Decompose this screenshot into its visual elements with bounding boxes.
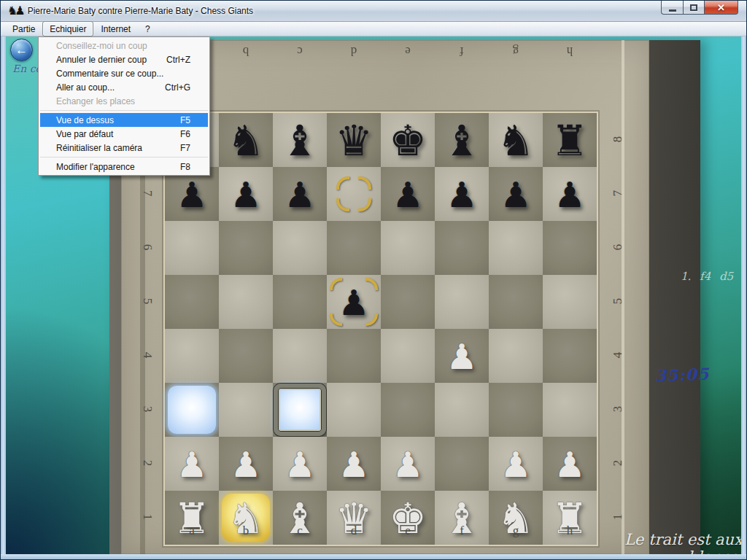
square-b6[interactable] <box>219 221 273 275</box>
coordinate-label-e: e <box>381 44 435 58</box>
square-d8[interactable]: ♛ <box>327 113 381 167</box>
square-h2[interactable]: ♟ <box>543 437 597 491</box>
black-pawn-f7[interactable]: ♟ <box>435 167 489 221</box>
square-e7[interactable]: ♟ <box>381 167 435 221</box>
square-h4[interactable] <box>543 329 597 383</box>
application-window: ♞♟ Pierre-Marie Baty contre Pierre-Marie… <box>0 0 747 560</box>
square-f3[interactable] <box>435 383 489 437</box>
square-h6[interactable] <box>543 221 597 275</box>
white-pawn-c2[interactable]: ♟ <box>273 437 327 491</box>
square-b4[interactable] <box>219 329 273 383</box>
square-e4[interactable] <box>381 329 435 383</box>
white-pawn-h2[interactable]: ♟ <box>543 437 597 491</box>
square-e2[interactable]: ♟ <box>381 437 435 491</box>
square-a5[interactable] <box>165 275 219 329</box>
black-pawn-e7[interactable]: ♟ <box>381 167 435 221</box>
square-f8[interactable]: ♝ <box>435 113 489 167</box>
maximize-button[interactable] <box>683 1 704 15</box>
black-bishop-c8[interactable]: ♝ <box>273 113 327 167</box>
menu-item-aller-au-coup[interactable]: Aller au coup...Ctrl+G <box>40 80 208 94</box>
square-g8[interactable]: ♞ <box>489 113 543 167</box>
menubar-item-echiquier[interactable]: Echiquier <box>42 21 93 36</box>
square-g3[interactable] <box>489 383 543 437</box>
square-d4[interactable] <box>327 329 381 383</box>
square-c7[interactable]: ♟ <box>273 167 327 221</box>
black-pawn-g7[interactable]: ♟ <box>489 167 543 221</box>
menu-item-vue-par-d-faut[interactable]: Vue par défautF6 <box>40 127 208 141</box>
square-d6[interactable] <box>327 221 381 275</box>
menubar-item-internet[interactable]: Internet <box>93 21 138 36</box>
square-g7[interactable]: ♟ <box>489 167 543 221</box>
window-title: Pierre-Marie Baty contre Pierre-Marie Ba… <box>28 6 253 16</box>
square-c3[interactable] <box>273 383 327 437</box>
square-h7[interactable]: ♟ <box>543 167 597 221</box>
square-d5[interactable]: ♟ <box>327 275 381 329</box>
title-bar[interactable]: ♞♟ Pierre-Marie Baty contre Pierre-Marie… <box>1 1 746 22</box>
black-bishop-f8[interactable]: ♝ <box>435 113 489 167</box>
square-a2[interactable]: ♟ <box>165 437 219 491</box>
square-a4[interactable] <box>165 329 219 383</box>
square-d3[interactable] <box>327 383 381 437</box>
square-e6[interactable] <box>381 221 435 275</box>
square-g2[interactable]: ♟ <box>489 437 543 491</box>
square-h5[interactable] <box>543 275 597 329</box>
square-b2[interactable]: ♟ <box>219 437 273 491</box>
square-b3[interactable] <box>219 383 273 437</box>
square-f7[interactable]: ♟ <box>435 167 489 221</box>
square-d7[interactable] <box>327 167 381 221</box>
square-a6[interactable] <box>165 221 219 275</box>
square-h8[interactable]: ♜ <box>543 113 597 167</box>
square-e3[interactable] <box>381 383 435 437</box>
black-knight-g8[interactable]: ♞ <box>489 113 543 167</box>
square-f5[interactable] <box>435 275 489 329</box>
white-pawn-b2[interactable]: ♟ <box>219 437 273 491</box>
square-a3[interactable] <box>165 383 219 437</box>
menu-item-vue-de-dessus[interactable]: Vue de dessusF5 <box>40 113 208 127</box>
square-b8[interactable]: ♞ <box>219 113 273 167</box>
menu-item-label: Echanger les places <box>56 96 135 106</box>
white-pawn-d2[interactable]: ♟ <box>327 437 381 491</box>
last-move-from-marker <box>336 198 349 211</box>
square-g5[interactable] <box>489 275 543 329</box>
minimize-button[interactable] <box>661 1 683 15</box>
white-pawn-e2[interactable]: ♟ <box>381 437 435 491</box>
menu-item-modifier-l-apparence[interactable]: Modifier l'apparenceF8 <box>40 160 208 174</box>
menu-item-commentaire-sur-ce-coup[interactable]: Commentaire sur ce coup... <box>40 66 208 80</box>
square-h3[interactable] <box>543 383 597 437</box>
black-knight-b8[interactable]: ♞ <box>219 113 273 167</box>
black-pawn-h7[interactable]: ♟ <box>543 167 597 221</box>
black-pawn-c7[interactable]: ♟ <box>273 167 327 221</box>
square-c4[interactable] <box>273 329 327 383</box>
menubar-item-help[interactable]: ? <box>138 21 158 36</box>
window-border-left <box>1 36 6 559</box>
square-b5[interactable] <box>219 275 273 329</box>
black-queen-d8[interactable]: ♛ <box>327 113 381 167</box>
close-button[interactable]: ✕ <box>704 1 738 15</box>
square-f6[interactable] <box>435 221 489 275</box>
black-pawn-b7[interactable]: ♟ <box>219 167 273 221</box>
white-pawn-a2[interactable]: ♟ <box>165 437 219 491</box>
square-c2[interactable]: ♟ <box>273 437 327 491</box>
black-rook-h8[interactable]: ♜ <box>543 113 597 167</box>
square-b7[interactable]: ♟ <box>219 167 273 221</box>
square-g6[interactable] <box>489 221 543 275</box>
square-c8[interactable]: ♝ <box>273 113 327 167</box>
back-button[interactable]: ← <box>10 39 33 61</box>
coordinate-label-8: 8 <box>611 130 625 149</box>
square-e5[interactable] <box>381 275 435 329</box>
black-king-e8[interactable]: ♚ <box>381 113 435 167</box>
menu-item-r-initialiser-la-cam-ra[interactable]: Réinitialiser la caméraF7 <box>40 141 208 155</box>
square-d2[interactable]: ♟ <box>327 437 381 491</box>
square-f2[interactable] <box>435 437 489 491</box>
coordinate-label-5: 5 <box>140 292 155 311</box>
square-g4[interactable] <box>489 329 543 383</box>
square-f4[interactable]: ♟ <box>435 329 489 383</box>
white-pawn-f4[interactable]: ♟ <box>435 329 489 383</box>
menu-item-annuler-le-dernier-coup[interactable]: Annuler le dernier coupCtrl+Z <box>40 52 208 66</box>
menubar-item-partie[interactable]: Partie <box>5 21 42 36</box>
white-pawn-g2[interactable]: ♟ <box>489 437 543 491</box>
square-c5[interactable] <box>273 275 327 329</box>
black-pawn-d5[interactable]: ♟ <box>327 275 381 329</box>
square-c6[interactable] <box>273 221 327 275</box>
square-e8[interactable]: ♚ <box>381 113 435 167</box>
